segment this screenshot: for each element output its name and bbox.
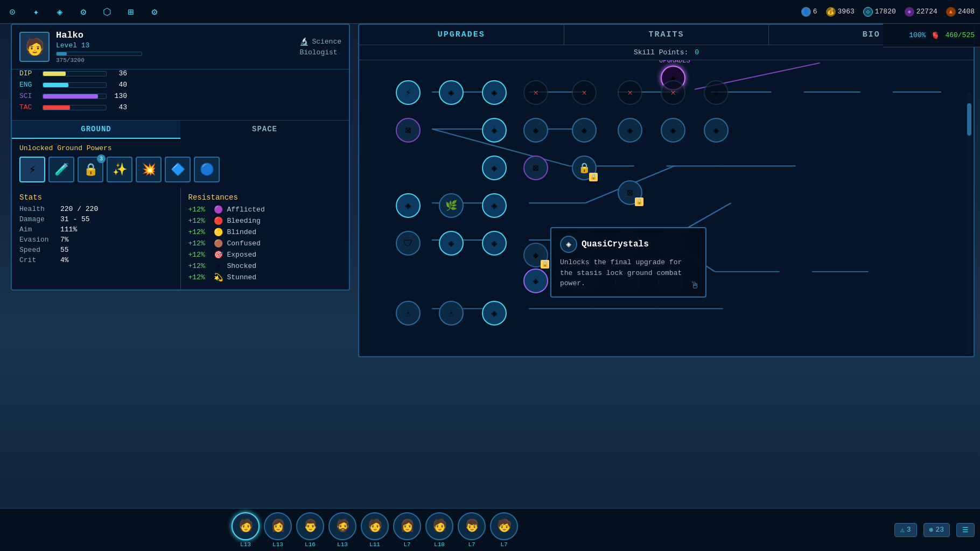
- skill-eng-label: ENG: [19, 81, 38, 89]
- tooltip-icon: ◈: [560, 236, 577, 253]
- crew-avatar-6[interactable]: 🧑 L18: [425, 512, 453, 548]
- crew-avatar-1[interactable]: 👩 L13: [264, 512, 292, 548]
- node-r7-2[interactable]: ⚠: [439, 301, 464, 326]
- resource-purple: ◈ 22724: [905, 7, 937, 17]
- health-icon: 🫀: [931, 31, 940, 40]
- stat-health-row: Health 220 / 220: [19, 205, 173, 213]
- node-r2-7[interactable]: ◈: [704, 118, 729, 143]
- hud-icon-5[interactable]: ⬡: [100, 5, 114, 19]
- xp-bar-fill: [57, 52, 67, 55]
- node-r1-7[interactable]: ◈: [661, 80, 685, 105]
- gold-value: 3963: [838, 8, 855, 16]
- crew-avatar-2[interactable]: 👨 L16: [296, 512, 324, 548]
- avatar-level-3: L13: [337, 541, 348, 548]
- resist-blinded-name: Blinded: [227, 228, 257, 236]
- hud-icon-2[interactable]: ✦: [29, 5, 43, 19]
- crew-avatar-5[interactable]: 👩 L7: [393, 512, 421, 548]
- avatar-circle-2[interactable]: 👨: [296, 512, 324, 540]
- avatar-circle-4[interactable]: 🧑: [361, 512, 389, 540]
- badge-quests[interactable]: ⊛ 23: [923, 523, 950, 537]
- node-r2-2[interactable]: ◈: [482, 118, 507, 143]
- stat-health-value: 220 / 220: [60, 205, 98, 213]
- node-r2-3[interactable]: ◈: [523, 118, 548, 143]
- gold-icon: 💰: [826, 7, 836, 17]
- resist-afflicted-icon: 🟣: [213, 205, 224, 214]
- node-r4-2[interactable]: 🌿: [439, 193, 464, 218]
- node-r1-1[interactable]: ⚡: [396, 80, 421, 105]
- badge-menu[interactable]: ☰: [956, 523, 975, 537]
- avatar-circle-5[interactable]: 👩: [393, 512, 421, 540]
- node-r5-3[interactable]: ◈: [482, 231, 507, 256]
- node-r5-1[interactable]: 🛡: [396, 231, 421, 256]
- node-quasi[interactable]: ◈ 🔒: [523, 243, 548, 267]
- node-r4-1[interactable]: ◈: [396, 193, 421, 218]
- node-r5-2[interactable]: ◈: [439, 231, 464, 256]
- char-class-info: 🔬 Science Biologist: [299, 37, 341, 56]
- avatar-circle-0[interactable]: 🧑: [232, 512, 260, 540]
- avatar-level-8: L7: [500, 541, 507, 548]
- resist-column: Resistances +12% 🟣 Afflicted +12% 🔴 Blee…: [181, 188, 349, 289]
- avatar-circle-7[interactable]: 👦: [458, 512, 486, 540]
- power-7[interactable]: 🔵: [194, 157, 220, 182]
- character-panel: 🧑 Halko Level 13 375/3200 🔬 Science Biol…: [11, 24, 350, 291]
- node-r3-1[interactable]: ◈: [482, 156, 507, 180]
- node-r1-3[interactable]: ◈: [482, 80, 507, 105]
- power-5[interactable]: 💥: [136, 157, 162, 182]
- skill-dip-label: DIP: [19, 69, 38, 77]
- node-r1-4[interactable]: ◈: [523, 80, 548, 105]
- scrollbar-thumb[interactable]: [967, 103, 971, 136]
- node-r2-1[interactable]: ⊠: [396, 118, 421, 143]
- avatar-circle-8[interactable]: 🧒: [490, 512, 518, 540]
- crew-avatar-7[interactable]: 👦 L7: [458, 512, 486, 548]
- node-r7-1[interactable]: ⚠: [396, 301, 421, 326]
- power-4[interactable]: ✨: [107, 157, 132, 182]
- node-r3-4[interactable]: ⊠ 🔒: [618, 180, 642, 205]
- node-r2-4[interactable]: ◈: [572, 118, 597, 143]
- node-r3-2[interactable]: ⊠: [523, 156, 548, 180]
- crew-avatar-4[interactable]: 🧑 L11: [361, 512, 389, 548]
- node-r6-1[interactable]: ◈: [523, 269, 548, 293]
- node-r3-3[interactable]: 🔒 🔒: [572, 156, 597, 180]
- skill-points-value: 0: [695, 48, 699, 56]
- hud-icon-settings[interactable]: ⚙: [148, 5, 162, 19]
- avatar-circle-3[interactable]: 🧔: [328, 512, 356, 540]
- avatar-level-5: L7: [403, 541, 410, 548]
- node-r2-5[interactable]: ◈: [618, 118, 642, 143]
- avatar-circle-1[interactable]: 👩: [264, 512, 292, 540]
- resources-bar: 👤 6 💰 3963 ◇ 17820 ◈ 22724 ▲ 2408: [801, 7, 975, 17]
- stat-speed-label: Speed: [19, 246, 57, 254]
- avatar-circle-6[interactable]: 🧑: [425, 512, 453, 540]
- node-r1-6[interactable]: ◈: [618, 80, 642, 105]
- hud-icon-4[interactable]: ⚙: [76, 5, 90, 19]
- hud-icon-1[interactable]: ⊙: [5, 5, 19, 19]
- crew-avatar-0[interactable]: 🧑 L13: [232, 512, 260, 548]
- skill-tree-scrollbar[interactable]: [967, 93, 971, 354]
- skill-tac-value: 43: [111, 103, 127, 111]
- node-r1-8[interactable]: ◈: [704, 80, 729, 105]
- crew-avatar-8[interactable]: 🧒 L7: [490, 512, 518, 548]
- hud-icon-3[interactable]: ◈: [53, 5, 67, 19]
- stat-health-label: Health: [19, 205, 57, 213]
- power-6[interactable]: 🔷: [165, 157, 191, 182]
- tab-ground[interactable]: GROUND: [12, 121, 180, 139]
- node-r2-6[interactable]: ◈: [661, 118, 685, 143]
- power-1[interactable]: ⚡: [19, 157, 45, 182]
- power-2[interactable]: 🧪: [48, 157, 74, 182]
- power-3[interactable]: 🔒 3: [78, 157, 103, 182]
- resist-afflicted: +12% 🟣 Afflicted: [188, 205, 342, 214]
- crystal-icon: ◇: [863, 7, 873, 17]
- lock-badge-quasi: 🔒: [541, 260, 549, 269]
- node-r4-3[interactable]: ◈: [482, 193, 507, 218]
- node-r1-2[interactable]: ◈: [439, 80, 464, 105]
- tab-traits[interactable]: TRAITS: [564, 25, 769, 45]
- badge-alerts[interactable]: ⚠ 3: [894, 523, 917, 537]
- hud-icon-6[interactable]: ⊞: [124, 5, 138, 19]
- resist-blinded-pct: +12%: [188, 228, 210, 236]
- crew-avatar-3[interactable]: 🧔 L13: [328, 512, 356, 548]
- tab-upgrades[interactable]: UPGRADES: [359, 25, 564, 45]
- node-r7-3[interactable]: ◈: [482, 301, 507, 326]
- skill-tac-row: TAC 43: [19, 103, 127, 111]
- tab-space[interactable]: SPACE: [180, 121, 349, 139]
- char-portrait: 🧑: [19, 32, 50, 62]
- node-r1-5[interactable]: ◈: [572, 80, 597, 105]
